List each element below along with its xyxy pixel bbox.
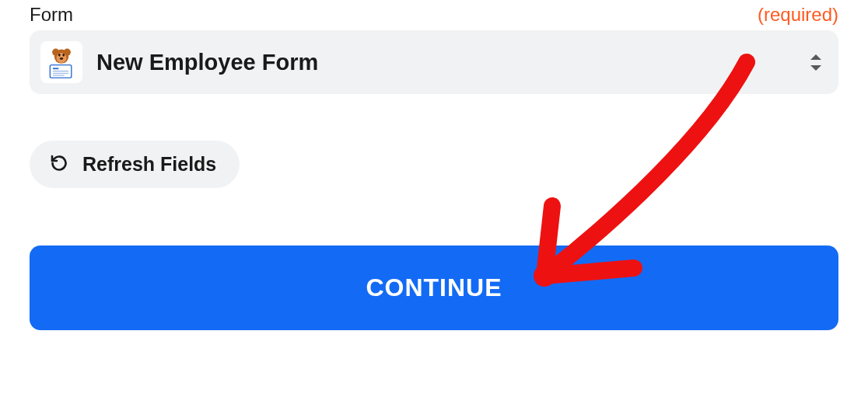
field-label: Form bbox=[30, 4, 73, 26]
svg-point-4 bbox=[58, 54, 61, 57]
continue-button[interactable]: CONTINUE bbox=[30, 246, 838, 330]
refresh-fields-label: Refresh Fields bbox=[82, 153, 216, 176]
wpforms-icon bbox=[40, 41, 82, 83]
form-select[interactable]: New Employee Form bbox=[30, 30, 838, 94]
form-select-value: New Employee Form bbox=[96, 50, 809, 75]
svg-rect-11 bbox=[53, 75, 65, 76]
svg-rect-10 bbox=[53, 73, 68, 74]
svg-rect-9 bbox=[53, 71, 68, 71]
svg-rect-7 bbox=[50, 65, 71, 78]
svg-point-6 bbox=[60, 57, 64, 60]
refresh-fields-button[interactable]: Refresh Fields bbox=[30, 141, 240, 188]
select-caret-icon bbox=[809, 54, 823, 71]
refresh-icon bbox=[50, 154, 68, 175]
required-tag: (required) bbox=[758, 4, 838, 26]
continue-button-label: CONTINUE bbox=[366, 273, 502, 301]
svg-rect-8 bbox=[53, 68, 58, 69]
svg-point-5 bbox=[62, 54, 65, 57]
field-header: Form (required) bbox=[30, 4, 838, 26]
